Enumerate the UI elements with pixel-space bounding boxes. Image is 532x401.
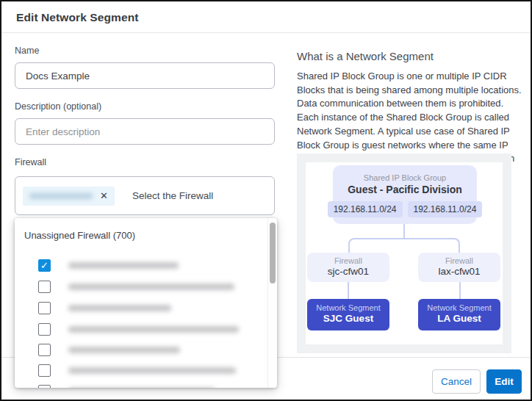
redacted-option-label [68, 388, 215, 389]
redacted-firewall-name [29, 193, 93, 199]
firewall-name: sjc-cfw01 [307, 266, 389, 277]
description-label: Description (optional) [15, 101, 101, 112]
checkbox[interactable]: ✓ [38, 344, 51, 356]
firewall-option[interactable]: ✓ [38, 259, 179, 272]
description-input[interactable] [15, 118, 275, 145]
node-type-label: Firewall [418, 256, 500, 265]
firewall-label: Firewall [15, 157, 46, 167]
redacted-option-label [68, 347, 180, 353]
checkbox[interactable]: ✓ [38, 259, 51, 272]
network-segment-node-sjc: Network Segment SJC Guest [307, 299, 389, 330]
diagram-canvas: Shared IP Block Group Guest - Pacific Di… [306, 162, 503, 344]
redacted-option-label [68, 283, 234, 290]
ip-block-row: 192.168.11.0/24 192.168.11.0/24 [333, 201, 477, 217]
dropdown-scrollbar-track[interactable] [267, 218, 277, 388]
firewall-node-lax: Firewall lax-cfw01 [418, 253, 500, 282]
connector-right [459, 282, 461, 299]
node-type-label: Firewall [307, 256, 389, 265]
network-segment-node-la: Network Segment LA Guest [418, 299, 500, 330]
name-label: Name [15, 46, 39, 56]
node-type-label: Network Segment [418, 303, 500, 312]
firewall-node-sjc: Firewall sjc-cfw01 [307, 253, 389, 282]
firewall-option[interactable]: ✓ [38, 322, 239, 336]
segment-name: LA Guest [418, 313, 500, 324]
dialog-title: Edit Network Segment [16, 11, 139, 24]
redacted-option-label [68, 326, 239, 333]
redacted-option-label [68, 262, 179, 269]
ip-block-chip: 192.168.11.0/24 [328, 201, 403, 217]
firewall-name: lax-cfw01 [418, 266, 500, 277]
checkbox[interactable]: ✓ [38, 364, 51, 377]
firewall-option[interactable]: ✓ [38, 343, 180, 356]
info-heading: What is a Network Segment [297, 50, 434, 62]
checkbox[interactable]: ✓ [38, 385, 51, 389]
header-divider [1, 32, 531, 33]
group-type-label: Shared IP Block Group [333, 173, 477, 182]
shared-ip-block-group-node: Shared IP Block Group Guest - Pacific Di… [333, 165, 477, 224]
ip-block-chip: 192.168.11.0/24 [408, 201, 483, 217]
firewall-option[interactable]: ✓ [38, 280, 234, 293]
firewall-select-placeholder: Select the Firewall [132, 190, 213, 201]
redacted-option-label [68, 367, 236, 374]
chip-remove-icon[interactable]: ✕ [100, 191, 108, 201]
dropdown-scrollbar-thumb[interactable] [270, 223, 276, 283]
network-segment-diagram: Shared IP Block Group Guest - Pacific Di… [297, 153, 511, 353]
name-input[interactable] [15, 62, 275, 89]
firewall-select[interactable]: ✕ Select the Firewall [15, 176, 275, 215]
segment-name: SJC Guest [307, 313, 389, 324]
cancel-button[interactable]: Cancel [432, 369, 481, 394]
check-icon: ✓ [40, 261, 48, 270]
edit-button[interactable]: Edit [486, 369, 522, 394]
connector-stem [403, 224, 405, 239]
firewall-option[interactable]: ✓ [38, 301, 171, 314]
checkbox[interactable]: ✓ [38, 281, 51, 293]
node-type-label: Network Segment [307, 303, 389, 312]
dropdown-group-label: Unassigned Firewall (700) [24, 230, 135, 241]
group-name: Guest - Pacific Division [333, 184, 477, 195]
connector-left [348, 282, 349, 299]
checkbox[interactable]: ✓ [38, 323, 51, 336]
firewall-option[interactable]: ✓ [38, 364, 236, 377]
firewall-option[interactable]: ✓ [38, 384, 215, 388]
connector-branch [348, 238, 460, 253]
edit-network-segment-dialog: Edit Network Segment Name Description (o… [0, 0, 532, 401]
selected-firewall-chip[interactable]: ✕ [23, 187, 115, 206]
checkbox[interactable]: ✓ [38, 302, 51, 314]
redacted-option-label [68, 305, 171, 311]
firewall-dropdown: Unassigned Firewall (700) ✓ ✓ ✓ ✓ ✓ ✓ ✓ [15, 218, 277, 388]
